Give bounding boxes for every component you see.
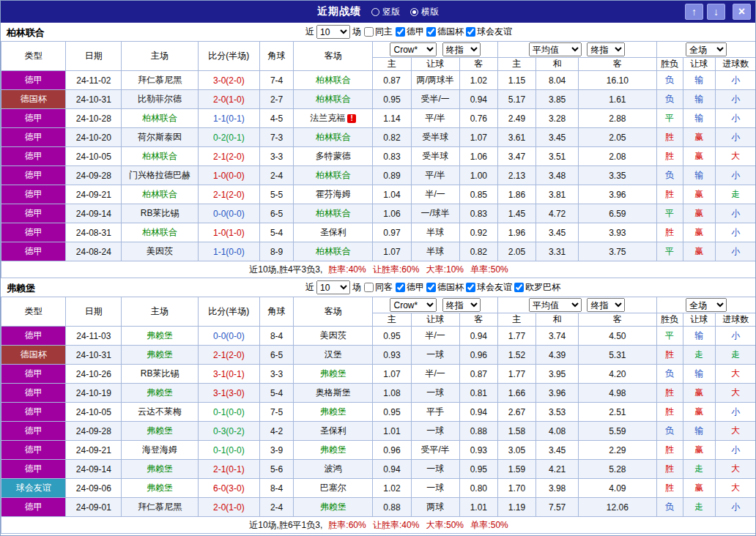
bookmaker-select[interactable]: Crow* (390, 42, 437, 56)
euro-average-select[interactable]: 平均值 (529, 298, 582, 312)
same-venue-checkbox[interactable]: 同主 (363, 26, 393, 38)
home-team[interactable]: 柏林联合 (122, 109, 198, 128)
match-score[interactable]: 2-1(0-1) (198, 460, 259, 479)
home-team[interactable]: 弗赖堡 (122, 460, 198, 479)
checkbox[interactable] (466, 283, 475, 292)
home-team[interactable]: 柏林联合 (122, 185, 198, 204)
league-filter-checkbox[interactable]: 德国杯 (426, 26, 464, 38)
checkbox[interactable] (466, 27, 475, 37)
match-score[interactable]: 2-0(1-0) (198, 498, 259, 517)
layout-option-vertical[interactable]: 竖版 (371, 6, 400, 18)
home-team[interactable]: 云达不莱梅 (122, 403, 198, 422)
euro-final-select[interactable]: 终指 (587, 42, 625, 56)
away-team[interactable]: 巴塞尔 (294, 479, 373, 498)
match-score[interactable]: 3-1(0-1) (198, 365, 259, 384)
layout-option-horizontal[interactable]: 横版 (410, 6, 439, 18)
asian-final-select[interactable]: 终指 (442, 298, 481, 312)
match-score[interactable]: 0-1(0-0) (198, 441, 259, 460)
away-team[interactable]: 弗赖堡 (294, 441, 373, 460)
away-team[interactable]: 柏林联合 (294, 90, 373, 109)
away-team[interactable]: 圣保利 (294, 223, 373, 242)
match-score[interactable]: 2-1(2-0) (198, 346, 259, 365)
match-score[interactable]: 1-1(0-0) (198, 242, 259, 261)
move-up-button[interactable]: ↑ (685, 4, 703, 20)
match-scope-select[interactable]: 全场 (686, 298, 727, 312)
match-count-select[interactable]: 10 (316, 25, 350, 39)
match-score[interactable]: 6-0(3-0) (198, 479, 259, 498)
match-score[interactable]: 0-0(0-0) (198, 327, 259, 346)
column-header: 客 (579, 313, 656, 327)
match-scope-select[interactable]: 全场 (686, 42, 727, 56)
match-score[interactable]: 1-0(1-0) (198, 223, 259, 242)
home-team[interactable]: 柏林联合 (122, 147, 198, 166)
away-team[interactable]: 柏林联合 (294, 166, 373, 185)
asian-final-select[interactable]: 终指 (442, 42, 481, 56)
away-team[interactable]: 霍芬海姆 (294, 185, 373, 204)
close-button[interactable]: × (733, 4, 751, 20)
home-team[interactable]: 弗赖堡 (122, 479, 198, 498)
home-team[interactable]: 美因茨 (122, 242, 198, 261)
euro-final-select[interactable]: 终指 (587, 298, 625, 312)
away-team[interactable]: 柏林联合 (294, 71, 373, 90)
home-team[interactable]: 比勒菲尔德 (122, 90, 198, 109)
same-venue-checkbox[interactable]: 同客 (363, 281, 393, 294)
away-team[interactable]: 法兰克福! (294, 109, 373, 128)
league-filter-checkbox[interactable]: 德甲 (395, 26, 424, 38)
away-team[interactable]: 弗赖堡 (294, 498, 373, 517)
league-filter-checkbox[interactable]: 德甲 (395, 281, 424, 294)
home-team[interactable]: 拜仁慕尼黑 (122, 71, 198, 90)
bookmaker-select[interactable]: Crow* (390, 298, 437, 312)
match-score[interactable]: 2-1(2-0) (198, 185, 259, 204)
match-score[interactable]: 0-2(0-1) (198, 128, 259, 147)
radio-selected-icon (410, 8, 418, 16)
checkbox[interactable] (426, 27, 436, 37)
away-team[interactable]: 汉堡 (294, 346, 373, 365)
home-team[interactable]: 弗赖堡 (122, 422, 198, 441)
match-score[interactable]: 0-3(0-2) (198, 422, 259, 441)
checkbox[interactable] (514, 283, 524, 292)
euro-average-select[interactable]: 平均值 (529, 42, 582, 56)
home-team[interactable]: 柏林联合 (122, 223, 198, 242)
away-team[interactable]: 波鸿 (294, 460, 373, 479)
result-outcome: 负 (656, 166, 683, 185)
home-team[interactable]: 拜仁慕尼黑 (122, 498, 198, 517)
match-count-select[interactable]: 10 (316, 280, 350, 294)
match-score[interactable]: 2-0(1-0) (198, 90, 259, 109)
home-team[interactable]: 弗赖堡 (122, 346, 198, 365)
league-filter-checkbox[interactable]: 球会友谊 (465, 281, 512, 294)
match-score[interactable]: 3-0(2-0) (198, 71, 259, 90)
away-team[interactable]: 弗赖堡 (294, 365, 373, 384)
checkbox[interactable] (396, 283, 405, 292)
checkbox[interactable] (426, 283, 436, 292)
match-score[interactable]: 1-0(0-0) (198, 166, 259, 185)
league-filter-checkbox[interactable]: 德国杯 (426, 281, 464, 294)
away-team[interactable]: 柏林联合 (294, 128, 373, 147)
away-team[interactable]: 多特蒙德 (294, 147, 373, 166)
checkbox[interactable] (364, 27, 374, 37)
league-filter-checkbox[interactable]: 欧罗巴杯 (514, 281, 560, 294)
away-team[interactable]: 圣保利 (294, 422, 373, 441)
league-filter-checkbox[interactable]: 球会友谊 (465, 26, 512, 38)
away-team[interactable]: 美因茨 (294, 327, 373, 346)
match-score[interactable]: 2-1(2-0) (198, 147, 259, 166)
away-team[interactable]: 柏林联合 (294, 242, 373, 261)
home-team[interactable]: RB莱比锡 (122, 204, 198, 223)
home-team[interactable]: 荷尔斯泰因 (122, 128, 198, 147)
move-down-button[interactable]: ↓ (707, 4, 725, 20)
home-team[interactable]: 海登海姆 (122, 441, 198, 460)
ah-away-odds: 0.83 (459, 204, 497, 223)
checkbox[interactable] (364, 283, 374, 292)
match-score[interactable]: 1-1(0-1) (198, 109, 259, 128)
home-team[interactable]: 弗赖堡 (122, 327, 198, 346)
home-team[interactable]: RB莱比锡 (122, 365, 198, 384)
match-score[interactable]: 3-1(3-0) (198, 384, 259, 403)
away-team[interactable]: 柏林联合 (294, 204, 373, 223)
checkbox[interactable] (396, 27, 405, 37)
home-team[interactable]: 门兴格拉德巴赫 (122, 166, 198, 185)
section-head: 柏林联合 近 10 场 同主 德甲德国杯球会友谊 (1, 23, 755, 41)
home-team[interactable]: 弗赖堡 (122, 384, 198, 403)
away-team[interactable]: 奥格斯堡 (294, 384, 373, 403)
match-score[interactable]: 0-0(0-0) (198, 204, 259, 223)
away-team[interactable]: 弗赖堡 (294, 403, 373, 422)
match-score[interactable]: 0-1(0-0) (198, 403, 259, 422)
